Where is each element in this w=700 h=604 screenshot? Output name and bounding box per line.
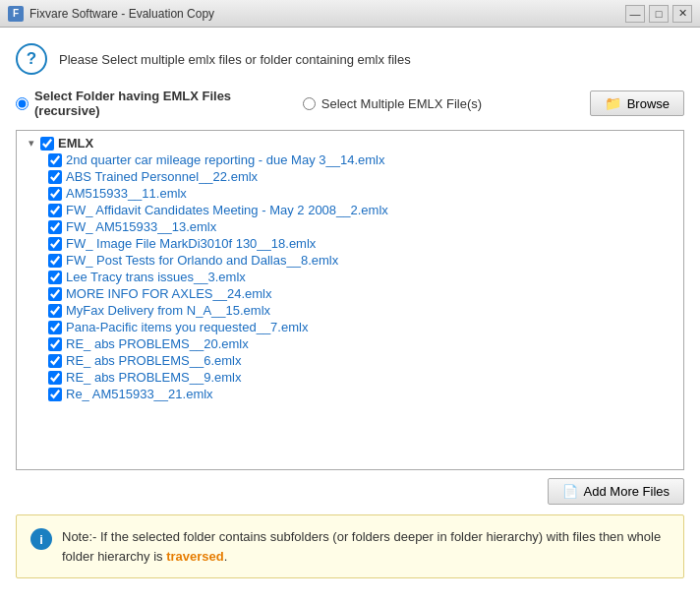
tree-file-item[interactable]: RE_ abs PROBLEMS__9.emlx <box>44 369 679 386</box>
tree-file-label: 2nd quarter car mileage reporting - due … <box>66 152 384 167</box>
browse-button[interactable]: 📁 Browse <box>590 91 684 116</box>
note-info-icon: i <box>30 528 52 550</box>
title-bar: F Fixvare Software - Evaluation Copy — □… <box>0 0 700 28</box>
radio-files-label[interactable]: Select Multiple EMLX File(s) <box>321 96 482 111</box>
tree-file-label: Pana-Pacific items you requested__7.emlx <box>66 320 308 334</box>
maximize-button[interactable]: □ <box>649 5 669 23</box>
tree-file-checkbox[interactable] <box>48 337 62 351</box>
tree-file-item[interactable]: RE_ abs PROBLEMS__20.emlx <box>44 335 679 352</box>
tree-file-item[interactable]: Pana-Pacific items you requested__7.emlx <box>44 319 679 335</box>
add-files-row: 📄 Add More Files <box>16 478 684 505</box>
tree-file-label: FW_ AM515933__13.emlx <box>66 219 216 234</box>
tree-file-checkbox[interactable] <box>48 287 62 301</box>
note-keyword: traversed <box>166 549 224 564</box>
tree-file-label: RE_ abs PROBLEMS__20.emlx <box>66 336 249 351</box>
tree-file-label: MyFax Delivery from N_A__15.emlx <box>66 303 270 318</box>
tree-root-checkbox[interactable] <box>40 137 54 151</box>
tree-file-item[interactable]: FW_ AM515933__13.emlx <box>44 218 679 235</box>
browse-button-label: Browse <box>627 96 670 111</box>
tree-file-label: MORE INFO FOR AXLES__24.emlx <box>66 286 272 301</box>
tree-file-item[interactable]: MyFax Delivery from N_A__15.emlx <box>44 302 679 319</box>
tree-root-item[interactable]: ▾ EMLX <box>21 135 679 151</box>
radio-group-folder: Select Folder having EMLX Files (recursi… <box>16 89 287 118</box>
tree-toggle-icon[interactable]: ▾ <box>25 137 38 150</box>
tree-file-item[interactable]: FW_ Post Tests for Orlando and Dallas__8… <box>44 252 679 269</box>
tree-file-label: RE_ abs PROBLEMS__9.emlx <box>66 370 241 385</box>
tree-file-checkbox[interactable] <box>48 237 62 251</box>
instruction-row: ? Please Select multiple emlx files or f… <box>16 43 684 75</box>
add-more-files-button[interactable]: 📄 Add More Files <box>548 478 684 505</box>
tree-file-checkbox[interactable] <box>48 187 62 201</box>
tree-file-item[interactable]: MORE INFO FOR AXLES__24.emlx <box>44 285 679 302</box>
close-button[interactable]: ✕ <box>672 5 692 23</box>
tree-file-checkbox[interactable] <box>48 354 62 368</box>
radio-folder[interactable] <box>16 97 29 110</box>
tree-file-item[interactable]: ABS Trained Personnel__22.emlx <box>44 168 679 185</box>
tree-file-item[interactable]: AM515933__11.emlx <box>44 185 679 202</box>
file-tree-container[interactable]: ▾ EMLX 2nd quarter car mileage reporting… <box>16 130 684 470</box>
browse-icon: 📁 <box>605 95 621 111</box>
tree-file-item[interactable]: FW_ Affidavit Candidates Meeting - May 2… <box>44 202 679 218</box>
tree-file-item[interactable]: Re_ AM515933__21.emlx <box>44 386 679 402</box>
tree-file-item[interactable]: 2nd quarter car mileage reporting - due … <box>44 151 679 168</box>
tree-root-label: EMLX <box>58 136 93 151</box>
tree-file-checkbox[interactable] <box>48 153 62 167</box>
tree-children: 2nd quarter car mileage reporting - due … <box>21 151 679 402</box>
help-circle-icon: ? <box>16 43 47 75</box>
title-bar-text: Fixvare Software - Evaluation Copy <box>29 7 625 21</box>
note-end: . <box>224 549 228 564</box>
tree-file-label: Lee Tracy trans issues__3.emlx <box>66 270 246 284</box>
tree-file-item[interactable]: FW_ Image File MarkDi3010f 130__18.emlx <box>44 235 679 252</box>
radio-selection-row: Select Folder having EMLX Files (recursi… <box>16 89 684 118</box>
note-prefix: Note:- If the selected folder contains s… <box>62 529 543 544</box>
tree-root: ▾ EMLX 2nd quarter car mileage reporting… <box>17 131 683 406</box>
tree-file-checkbox[interactable] <box>48 371 62 385</box>
note-text: Note:- If the selected folder contains s… <box>62 527 670 566</box>
tree-file-label: FW_ Affidavit Candidates Meeting - May 2… <box>66 203 388 217</box>
tree-file-label: RE_ abs PROBLEMS__6.emlx <box>66 353 241 368</box>
tree-file-label: ABS Trained Personnel__22.emlx <box>66 169 258 184</box>
note-area: i Note:- If the selected folder contains… <box>16 514 684 578</box>
tree-file-checkbox[interactable] <box>48 254 62 268</box>
title-bar-controls: — □ ✕ <box>625 5 692 23</box>
tree-file-checkbox[interactable] <box>48 204 62 217</box>
tree-file-label: FW_ Post Tests for Orlando and Dallas__8… <box>66 253 338 268</box>
tree-file-checkbox[interactable] <box>48 170 62 184</box>
window-content: ? Please Select multiple emlx files or f… <box>0 28 700 604</box>
radio-group-files: Select Multiple EMLX File(s) <box>303 96 574 111</box>
tree-file-checkbox[interactable] <box>48 220 62 234</box>
add-files-icon: 📄 <box>562 484 578 499</box>
app-icon: F <box>8 6 24 22</box>
tree-file-checkbox[interactable] <box>48 388 62 401</box>
tree-file-label: Re_ AM515933__21.emlx <box>66 387 213 401</box>
minimize-button[interactable]: — <box>625 5 645 23</box>
tree-file-item[interactable]: RE_ abs PROBLEMS__6.emlx <box>44 352 679 369</box>
radio-files[interactable] <box>303 97 316 110</box>
tree-file-item[interactable]: Lee Tracy trans issues__3.emlx <box>44 269 679 285</box>
tree-file-label: FW_ Image File MarkDi3010f 130__18.emlx <box>66 236 316 251</box>
tree-file-checkbox[interactable] <box>48 304 62 318</box>
radio-folder-label[interactable]: Select Folder having EMLX Files (recursi… <box>34 89 287 118</box>
add-more-files-label: Add More Files <box>584 484 670 499</box>
tree-file-checkbox[interactable] <box>48 271 62 284</box>
tree-file-checkbox[interactable] <box>48 321 62 334</box>
tree-file-label: AM515933__11.emlx <box>66 186 187 201</box>
instruction-text: Please Select multiple emlx files or fol… <box>59 52 411 67</box>
